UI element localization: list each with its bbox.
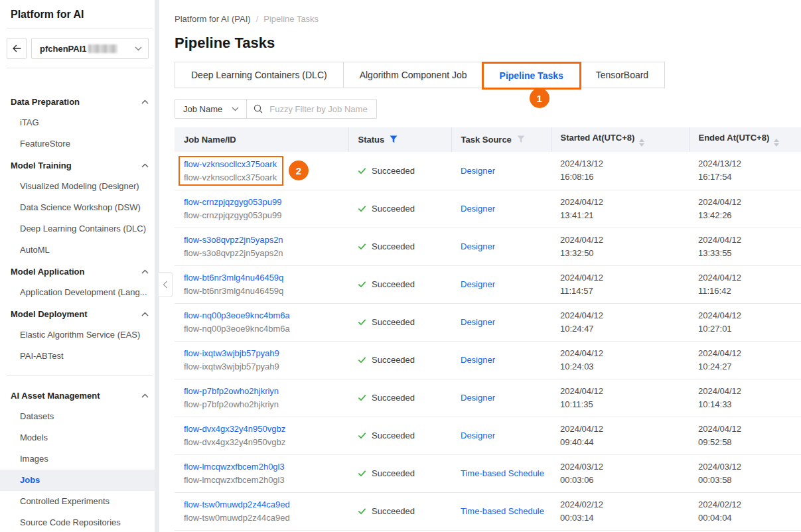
- task-source-link[interactable]: Designer: [461, 429, 495, 442]
- sidebar-scrollbar[interactable]: [155, 0, 159, 532]
- nav-group-label: Model Deployment: [11, 309, 88, 319]
- sidebar-item-deep-learning-containers-dlc[interactable]: Deep Learning Containers (DLC): [0, 218, 155, 239]
- status-label: Succeeded: [372, 431, 415, 440]
- nav-group-model-deployment[interactable]: Model Deployment: [0, 303, 159, 324]
- job-name-cell: flow-p7bfp2owho2hjkriyn flow-p7bfp2owho2…: [175, 379, 348, 417]
- sidebar-item-visualized-modeling-designer[interactable]: Visualized Modeling (Designer): [0, 176, 155, 197]
- sidebar-item-datasets[interactable]: Datasets: [0, 406, 155, 427]
- ended-time: 16:17:54: [698, 170, 797, 184]
- tab-label: Pipeline Tasks: [500, 70, 563, 81]
- chevron-down-icon: [135, 46, 142, 51]
- started-time: 00:03:14: [560, 511, 685, 525]
- job-name-link[interactable]: flow-crnzpjqzgyg053pu99: [184, 195, 281, 209]
- redacted-blur: [88, 44, 117, 53]
- tab-tensorboard[interactable]: TensorBoard: [579, 62, 665, 88]
- nav-group-data-preparation[interactable]: Data Preparation: [0, 91, 159, 112]
- workspace-selector[interactable]: pfchenPAI1: [31, 38, 149, 59]
- job-name-link[interactable]: flow-s3o8qvpz2jn5yaps2n: [184, 233, 283, 247]
- chevron-down-icon: [232, 107, 239, 111]
- sidebar-item-source-code-repositories[interactable]: Source Code Repositories: [0, 512, 155, 532]
- task-source-link[interactable]: Designer: [461, 164, 495, 178]
- main-content: Platform for AI (PAI)/Pipeline Tasks Pip…: [159, 0, 801, 532]
- job-id: flow-dvx4gx32y4n950vgbz: [184, 436, 344, 449]
- annotation-badge: 2: [289, 161, 309, 180]
- started-date: 2024/04/12: [560, 423, 685, 436]
- sort-control[interactable]: [639, 139, 644, 147]
- task-source-link[interactable]: Designer: [461, 277, 495, 291]
- task-source-cell: Designer: [451, 265, 551, 303]
- sort-control[interactable]: [774, 139, 779, 147]
- col-header-ended-at-utc-8: Ended At(UTC+8): [689, 127, 801, 152]
- job-name-cell: flow-tsw0muwdp2z44ca9ed flow-tsw0muwdp2z…: [175, 492, 348, 530]
- started-time: 00:03:06: [560, 474, 685, 487]
- job-name-link[interactable]: flow-bt6nr3mlg4nu46459q: [184, 271, 283, 285]
- sidebar-item-itag[interactable]: iTAG: [0, 112, 155, 133]
- task-source-link[interactable]: Designer: [461, 239, 495, 253]
- ended-time: 10:24:27: [698, 360, 797, 373]
- ended-time: 09:52:58: [698, 436, 797, 449]
- nav-group-model-training[interactable]: Model Training: [0, 155, 159, 176]
- col-header-status: Status: [348, 127, 451, 152]
- nav-group-model-application[interactable]: Model Application: [0, 261, 159, 282]
- chevron-up-icon: [141, 393, 149, 398]
- tab-algorithm-component-job[interactable]: Algorithm Component Job: [343, 62, 484, 88]
- job-name-link[interactable]: flow-lmcqwzxfbcem2h0gl3: [184, 460, 285, 474]
- job-id: flow-bt6nr3mlg4nu46459q: [184, 285, 344, 298]
- status-cell: Succeeded: [348, 303, 451, 341]
- tab-pipeline-tasks[interactable]: Pipeline Tasks1: [483, 62, 580, 88]
- table-row: flow-s3o8qvpz2jn5yaps2n flow-s3o8qvpz2jn…: [175, 228, 801, 265]
- table-row: flow-p7bfp2owho2hjkriyn flow-p7bfp2owho2…: [175, 379, 801, 417]
- col-label: Task Source: [461, 135, 512, 145]
- task-source-link[interactable]: Time-based Schedule: [461, 466, 544, 480]
- breadcrumb-root[interactable]: Platform for AI (PAI): [175, 14, 251, 24]
- job-name-link[interactable]: flow-vzknsocllcx375oark: [184, 157, 277, 171]
- started-time: 13:41:21: [560, 209, 685, 222]
- job-name-link[interactable]: flow-tsw0muwdp2z44ca9ed: [184, 498, 290, 511]
- started-date: 2024/13/12: [560, 157, 685, 170]
- ended-date: 2024/04/12: [698, 309, 797, 322]
- sidebar-item-automl[interactable]: AutoML: [0, 239, 155, 261]
- ended-at-cell: 2024/04/12 09:52:58: [689, 417, 801, 454]
- filter-funnel-icon[interactable]: [517, 135, 525, 143]
- job-id: flow-tsw0muwdp2z44ca9ed: [184, 511, 344, 525]
- started-date: 2024/04/12: [560, 385, 685, 398]
- sidebar-collapse-handle[interactable]: [159, 272, 173, 297]
- job-name-link[interactable]: flow-nq00p3eoe9knc4bm6a: [184, 308, 290, 322]
- sidebar-item-pai-abtest[interactable]: PAI-ABTest: [0, 346, 155, 367]
- annotation-badge: 1: [530, 88, 549, 108]
- job-name-cell: flow-s3o8qvpz2jn5yaps2n flow-s3o8qvpz2jn…: [175, 228, 348, 265]
- sidebar-item-controlled-experiments[interactable]: Controlled Experiments: [0, 491, 155, 512]
- task-source-link[interactable]: Designer: [461, 202, 495, 216]
- task-source-link[interactable]: Designer: [461, 353, 495, 367]
- filter-bar: Job Name: [175, 99, 801, 119]
- sidebar-item-images[interactable]: Images: [0, 448, 155, 470]
- back-button[interactable]: [7, 38, 27, 59]
- task-source-link[interactable]: Designer: [461, 315, 495, 329]
- sidebar-item-models[interactable]: Models: [0, 427, 155, 448]
- sidebar-item-data-science-workshop-dsw[interactable]: Data Science Workshop (DSW): [0, 197, 155, 218]
- filter-field-select[interactable]: Job Name: [175, 99, 247, 119]
- job-name-link[interactable]: flow-p7bfp2owho2hjkriyn: [184, 384, 279, 398]
- ended-date: 2024/04/12: [698, 196, 797, 209]
- job-name-link[interactable]: flow-dvx4gx32y4n950vgbz: [184, 422, 285, 436]
- sidebar-item-featurestore[interactable]: FeatureStore: [0, 133, 155, 155]
- chevron-up-icon: [141, 163, 149, 168]
- task-source-link[interactable]: Designer: [461, 391, 495, 405]
- sidebar-nav: Data PreparationiTAGFeatureStoreModel Tr…: [0, 91, 159, 532]
- success-check-icon: [358, 507, 366, 515]
- task-source-link[interactable]: Time-based Schedule: [461, 504, 544, 518]
- sidebar-item-jobs[interactable]: Jobs: [0, 470, 155, 491]
- search-input[interactable]: [268, 103, 370, 115]
- tab-deep-learning-containers-dlc[interactable]: Deep Learning Containers (DLC): [175, 62, 344, 88]
- nav-group-ai-asset-management[interactable]: AI Asset Management: [0, 385, 159, 406]
- filter-funnel-icon[interactable]: [390, 135, 398, 143]
- started-date: 2024/04/12: [560, 196, 685, 209]
- success-check-icon: [358, 431, 366, 440]
- job-name-cell: flow-dvx4gx32y4n950vgbz flow-dvx4gx32y4n…: [175, 417, 348, 454]
- job-name-link[interactable]: flow-ixqtw3wjbjb57pyah9: [184, 346, 279, 360]
- sidebar-item-elastic-algorithm-service-eas[interactable]: Elastic Algorithm Service (EAS): [0, 324, 155, 346]
- success-check-icon: [358, 393, 366, 402]
- sidebar-item-application-development-lang[interactable]: Application Development (Lang...: [0, 282, 155, 303]
- col-label: Ended At(UTC+8): [699, 133, 770, 143]
- table-row: flow-dvx4gx32y4n950vgbz flow-dvx4gx32y4n…: [175, 417, 801, 454]
